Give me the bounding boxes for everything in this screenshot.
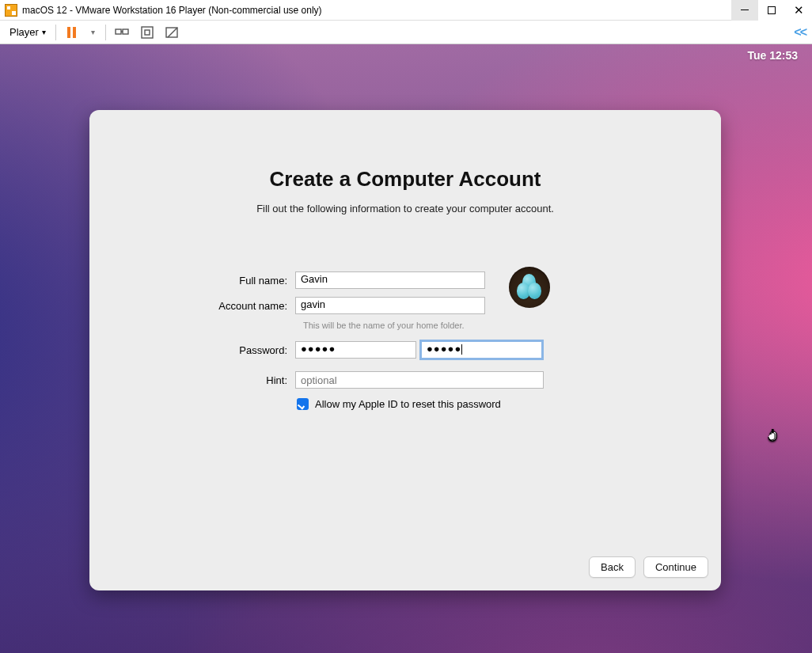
unity-button[interactable] bbox=[163, 23, 182, 42]
window-minimize-button[interactable] bbox=[731, 0, 758, 21]
password-label: Password: bbox=[89, 344, 295, 356]
toolbar-separator bbox=[55, 25, 56, 40]
vmware-titlebar: macOS 12 - VMware Workstation 16 Player … bbox=[0, 0, 812, 21]
collapse-toolbar-button[interactable]: << bbox=[794, 25, 806, 40]
pause-icon bbox=[67, 27, 76, 38]
send-ctrl-alt-del-button[interactable] bbox=[112, 23, 131, 42]
window-controls: ✕ bbox=[731, 0, 812, 21]
menu-bar-clock[interactable]: Tue 12:53 bbox=[747, 49, 798, 62]
setup-assistant-panel: Create a Computer Account Fill out the f… bbox=[89, 110, 721, 590]
window-close-button[interactable]: ✕ bbox=[785, 0, 812, 21]
back-button[interactable]: Back bbox=[589, 556, 636, 578]
page-title: Create a Computer Account bbox=[121, 167, 689, 192]
macos-desktop: Tue 12:53 Create a Computer Account Fill… bbox=[0, 44, 812, 653]
verify-password-value: ●●●●● bbox=[427, 343, 461, 355]
hint-label: Hint: bbox=[89, 374, 295, 386]
fullscreen-button[interactable] bbox=[138, 23, 157, 42]
eggs-icon bbox=[528, 283, 541, 299]
window-maximize-button[interactable] bbox=[758, 0, 785, 21]
power-dropdown[interactable]: ▾ bbox=[88, 23, 99, 42]
allow-apple-id-checkbox[interactable] bbox=[297, 398, 309, 410]
continue-button[interactable]: Continue bbox=[643, 556, 708, 578]
account-name-note: This will be the name of your home folde… bbox=[303, 321, 721, 340]
allow-apple-id-label: Allow my Apple ID to reset this password bbox=[315, 398, 501, 410]
password-field[interactable]: ●●●●● bbox=[295, 341, 416, 359]
svg-rect-2 bbox=[142, 27, 153, 38]
page-subtitle: Fill out the following information to cr… bbox=[121, 203, 689, 215]
vmware-icon bbox=[5, 4, 17, 17]
svg-rect-1 bbox=[123, 29, 128, 34]
pause-button[interactable] bbox=[63, 23, 82, 42]
vmware-toolbar: Player ▾ ▾ << bbox=[0, 21, 812, 44]
account-name-label: Account name: bbox=[89, 300, 295, 312]
player-menu-label: Player bbox=[9, 26, 39, 38]
window-title: macOS 12 - VMware Workstation 16 Player … bbox=[22, 5, 322, 16]
account-picture[interactable] bbox=[509, 267, 550, 308]
full-name-label: Full name: bbox=[89, 275, 295, 287]
toolbar-separator bbox=[105, 25, 106, 40]
verify-password-field[interactable]: ●●●●● bbox=[421, 341, 542, 359]
account-form: Full name: Gavin Account name: gavin Thi… bbox=[89, 270, 721, 410]
full-name-field[interactable]: Gavin bbox=[295, 271, 485, 289]
svg-rect-0 bbox=[116, 29, 121, 34]
player-menu[interactable]: Player ▾ bbox=[6, 25, 49, 40]
mouse-cursor-icon bbox=[768, 427, 784, 450]
chevron-down-icon: ▾ bbox=[42, 28, 46, 36]
setup-footer: Back Continue bbox=[89, 545, 721, 590]
hint-field[interactable] bbox=[295, 371, 544, 389]
account-name-field[interactable]: gavin bbox=[295, 297, 485, 314]
svg-rect-3 bbox=[145, 30, 150, 35]
